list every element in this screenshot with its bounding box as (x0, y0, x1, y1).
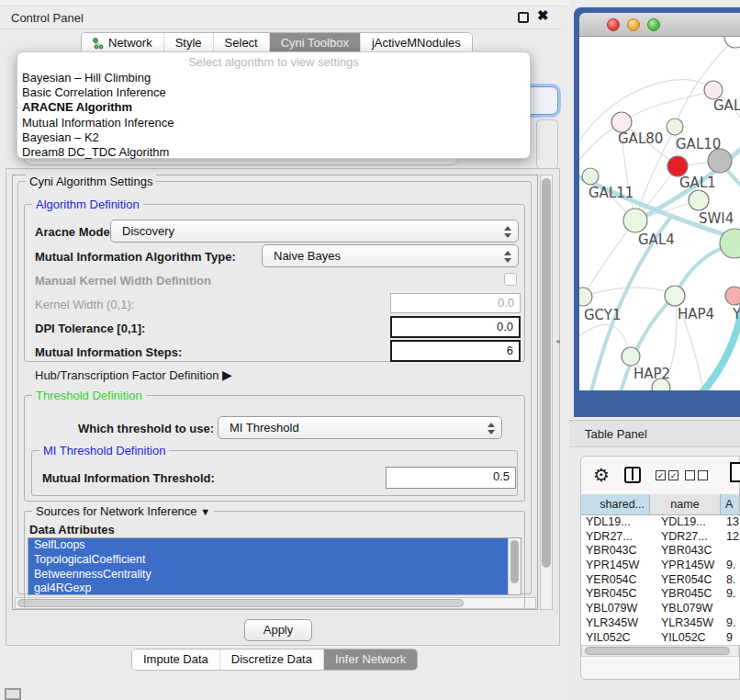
network-node-gal80[interactable] (611, 112, 632, 132)
scrollbar-thumb[interactable] (510, 540, 519, 583)
table-row[interactable]: YDL19...YDL19...13 (581, 515, 740, 530)
group-title: Cyni Algorithm Settings (26, 175, 156, 188)
splitter-handle[interactable]: ◂ (555, 336, 560, 345)
minimize-traffic-light[interactable] (627, 18, 640, 31)
list-vertical-scrollbar[interactable] (508, 538, 521, 594)
dropdown-item[interactable]: ARACNE Algorithm (17, 100, 530, 115)
table-row[interactable]: YBR043CYBR043C (581, 544, 740, 559)
select-all-checkbox-icon[interactable]: ✓ (656, 470, 666, 480)
network-node-hap2[interactable] (622, 347, 640, 366)
dropdown-item[interactable]: Bayesian – K2 (17, 130, 530, 145)
apply-button[interactable]: Apply (244, 619, 312, 641)
gear-icon[interactable]: ⚙ (593, 464, 610, 486)
table-cell: 12 (721, 530, 740, 545)
mi-steps-field[interactable]: 6 (390, 340, 521, 362)
kernel-width-field[interactable]: 0.0 (390, 293, 521, 313)
mi-threshold-field[interactable]: 0.5 (386, 467, 516, 489)
tab-cyni-toolbox[interactable]: Cyni Toolbox (269, 33, 360, 53)
group-title: Threshold Definition (32, 389, 146, 402)
network-node-hap4[interactable] (665, 286, 685, 306)
chevron-down-icon[interactable]: ▼ (200, 506, 210, 517)
which-threshold-select[interactable]: MI Threshold (218, 416, 502, 439)
network-node-gal1[interactable] (689, 190, 709, 210)
tab-discretize-data[interactable]: Discretize Data (219, 649, 323, 670)
tab-label: Network (108, 33, 152, 53)
expander-label: Hub/Transcription Factor Definition (35, 368, 219, 382)
dpi-tolerance-field[interactable]: 0.0 (390, 316, 521, 338)
node-label: GAL11 (589, 185, 633, 201)
group-title: Sources for Network Inference ▼ (32, 504, 214, 518)
mi-type-label: Mutual Information Algorithm Type: (35, 250, 236, 264)
dropdown-item[interactable]: Dream8 DC_TDC Algorithm (17, 145, 530, 160)
tab-jactivemnodules[interactable]: jActiveMNodules (360, 33, 472, 53)
select-all-checkbox-icon[interactable]: ✓ (668, 470, 678, 480)
table-cell: 13 (721, 515, 740, 530)
column-header-partial[interactable]: A (721, 494, 740, 514)
tab-network[interactable]: Network (82, 33, 163, 53)
node-label: Y (732, 306, 740, 322)
scrollbar-thumb[interactable] (542, 178, 551, 568)
table-row[interactable]: YLR345WYLR345W9. (581, 616, 740, 631)
table-horizontal-scrollbar[interactable] (581, 645, 739, 657)
tab-style[interactable]: Style (163, 33, 213, 53)
tab-infer-network[interactable]: Infer Network (323, 649, 417, 670)
network-node[interactable] (704, 81, 723, 99)
table-row[interactable]: YBR045CYBR045C9. (581, 587, 740, 602)
network-node[interactable] (725, 287, 740, 305)
network-window-titlebar[interactable] (579, 13, 740, 37)
table-row[interactable]: YER054CYER054C8. (581, 573, 740, 588)
table-cell: 8. (721, 573, 740, 588)
dropdown-placeholder: Select algorithm to view settings (17, 55, 530, 71)
settings-vertical-scrollbar[interactable] (540, 175, 553, 610)
tab-impute-data[interactable]: Impute Data (132, 649, 219, 670)
table-row[interactable]: YIL052CYIL052C9 (581, 631, 740, 646)
deselect-all-checkbox-icon[interactable] (698, 470, 708, 480)
table-row[interactable]: YPR145WYPR145W9. (581, 559, 740, 573)
tab-label: Impute Data (143, 649, 208, 670)
aracne-mode-select[interactable]: Discovery (110, 220, 519, 243)
selected-value: Discovery (122, 224, 174, 238)
tab-label: jActiveMNodules (372, 33, 461, 53)
attribute-list-item[interactable]: gal4RGexp (28, 581, 508, 595)
document-icon[interactable] (730, 462, 740, 482)
scrollbar-thumb[interactable] (585, 647, 730, 655)
table-cell: 9. (721, 616, 740, 631)
manual-kernel-checkbox[interactable] (504, 273, 517, 286)
table-row[interactable]: YBL079WYBL079W (581, 602, 740, 616)
table-cell: YPR145W (581, 559, 650, 573)
hub-definition-expander[interactable]: Hub/Transcription Factor Definition ▶ (35, 367, 232, 382)
dpi-tolerance-label: DPI Tolerance [0,1]: (35, 322, 145, 335)
table-header-row: shared... name A (581, 494, 740, 515)
zoom-traffic-light[interactable] (647, 18, 660, 31)
close-traffic-light[interactable] (607, 18, 620, 31)
table-cell: YIL052C (650, 631, 721, 646)
network-node-gal4[interactable] (623, 209, 647, 232)
network-node-gal10[interactable] (667, 119, 683, 135)
column-header-name[interactable]: name (650, 494, 721, 514)
attribute-list-item[interactable]: TopologicalCoefficient (28, 553, 508, 568)
network-node-gcy1[interactable] (579, 288, 592, 306)
network-canvas[interactable]: GAL GAL80 GAL10 GAL11 GAL1 SWI4 GAL4 GCY… (579, 37, 740, 390)
tab-label: Style (175, 33, 202, 53)
manual-kernel-label: Manual Kernel Width Definition (35, 274, 211, 288)
dropdown-item[interactable]: Basic Correlation Inference (17, 85, 530, 100)
close-icon[interactable]: ✖ (537, 7, 549, 24)
attribute-list-item[interactable]: BetweennessCentrality (28, 568, 508, 582)
show-columns-icon[interactable] (624, 467, 641, 483)
app-window: Control Panel ✖ Network Style Select Cyn… (0, 0, 740, 700)
table-row[interactable]: YDR27...YDR27...12 (581, 530, 740, 545)
mi-type-select[interactable]: Naive Bayes (262, 244, 519, 267)
network-node-gal11[interactable] (582, 168, 599, 185)
network-node[interactable] (724, 37, 740, 48)
float-window-icon[interactable] (518, 12, 529, 23)
node-label: GAL4 (638, 231, 675, 248)
dropdown-item[interactable]: Mutual Information Inference (17, 116, 530, 130)
tab-select[interactable]: Select (213, 33, 269, 53)
aracne-mode-label: Aracne Mode: (35, 225, 114, 239)
deselect-all-checkbox-icon[interactable] (685, 470, 695, 480)
dropdown-item[interactable]: Bayesian – Hill Climbing (17, 71, 530, 85)
column-header-shared-name[interactable]: shared... (581, 494, 650, 514)
attribute-list-item[interactable]: SelfLoops (28, 538, 508, 553)
collapsed-panel-button[interactable] (5, 688, 21, 700)
network-node-selected[interactable] (667, 156, 688, 176)
